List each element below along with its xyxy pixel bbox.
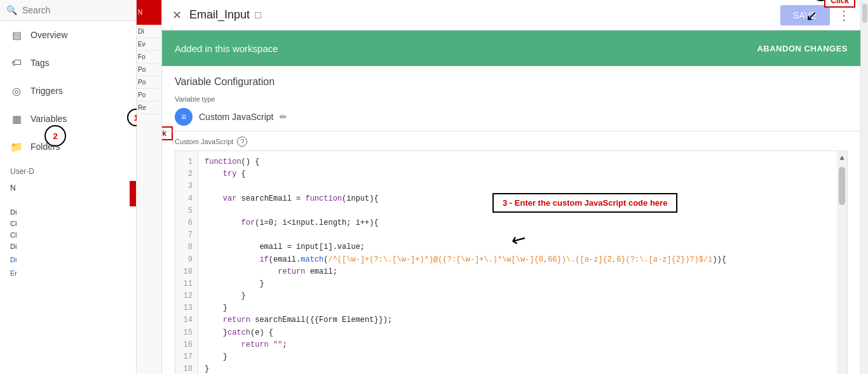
- main-content: ✕ Email_Input □ 4 Click ↙ SAVE ⋮ Added i…: [162, 0, 860, 374]
- middle-col-item: Ev: [137, 38, 161, 51]
- sidebar-item-triggers[interactable]: ◎ Triggers: [0, 77, 136, 105]
- green-banner: Added in this workspace ABANDON CHANGES: [162, 30, 860, 66]
- header-actions: 4 Click ↙ SAVE ⋮: [780, 5, 850, 25]
- sidebar-item-label: Overview: [31, 30, 67, 40]
- middle-col-item: Po: [137, 76, 161, 89]
- sidebar-list-item: N: [0, 181, 136, 195]
- list-item-link[interactable]: Er: [0, 267, 136, 279]
- sidebar-item-folders[interactable]: 📁 Folders: [0, 133, 136, 161]
- sidebar-item-label: Triggers: [31, 86, 63, 96]
- middle-col-red: N: [137, 0, 161, 25]
- search-input[interactable]: [22, 5, 130, 15]
- sidebar-item-label: Folders: [31, 142, 60, 152]
- code-editor: 123456789101112131415161718 function() {…: [175, 150, 848, 374]
- config-panel: 3 - Enter the custom JavaScript code her…: [162, 66, 860, 374]
- variable-type-row: ≡ Custom JavaScript ✏: [175, 108, 848, 126]
- banner-text: Added in this workspace: [175, 43, 278, 54]
- triggers-icon: ◎: [10, 84, 23, 97]
- variable-type-icon: ≡: [175, 108, 193, 126]
- list-item[interactable]: Di: [0, 206, 136, 218]
- close-button[interactable]: ✕: [172, 8, 182, 22]
- red-bar: [130, 181, 136, 206]
- top-header: ✕ Email_Input □ 4 Click ↙ SAVE ⋮: [162, 0, 860, 30]
- variable-config-section: Variable Configuration Variable type ≡ C…: [162, 66, 860, 131]
- scroll-up-arrow[interactable]: ▲: [839, 152, 844, 164]
- folders-icon: 📁: [10, 140, 23, 153]
- user-section-label: User-D: [0, 161, 136, 178]
- tags-icon: 🏷: [10, 57, 23, 69]
- middle-col-item: Po: [137, 63, 161, 76]
- folder-icon: □: [255, 10, 261, 21]
- more-options-button[interactable]: ⋮: [837, 8, 850, 23]
- sidebar-item-overview[interactable]: ▤ Overview: [0, 21, 136, 49]
- scroll-thumb: [839, 167, 845, 205]
- middle-col-item: Fo: [137, 51, 161, 63]
- title-text: Email_Input: [189, 8, 250, 22]
- middle-col-item: Di: [137, 25, 161, 38]
- variable-type-label: Variable type: [175, 95, 848, 103]
- type-icon-letter: ≡: [181, 112, 186, 122]
- search-icon: 🔍: [6, 5, 17, 15]
- code-label-text: Custom JavaScript: [175, 138, 233, 145]
- abandon-changes-button[interactable]: ABANDON CHANGES: [757, 44, 848, 53]
- annotation-box-3: 3 - Enter the custom JavaScript code her…: [492, 193, 677, 213]
- list-item-link[interactable]: Di: [0, 252, 136, 267]
- variable-type-name: Custom JavaScript: [199, 112, 273, 122]
- list-item[interactable]: Di: [0, 241, 136, 252]
- sidebar-item-tags[interactable]: 🏷 Tags: [0, 49, 136, 77]
- middle-column: N Di Ev Fo Po Po Po Re: [137, 0, 162, 374]
- sidebar-item-variables[interactable]: ▦ Variables 1 Click 2: [0, 105, 136, 133]
- edit-icon[interactable]: ✏: [280, 112, 287, 122]
- middle-col-item: Re: [137, 102, 161, 114]
- code-section: Custom JavaScript ? 12345678910111213141…: [162, 131, 860, 374]
- variables-icon: ▦: [10, 112, 23, 125]
- arrow-to-save: ↙: [806, 8, 817, 24]
- save-button[interactable]: SAVE: [780, 5, 830, 25]
- sidebar: 🔍 ▤ Overview 🏷 Tags ◎ Triggers ▦ Variabl…: [0, 0, 137, 374]
- list-item[interactable]: Cl: [0, 229, 136, 241]
- click-label-4: Click: [824, 0, 855, 8]
- sidebar-red-marker: N: [0, 181, 136, 206]
- page-title: Email_Input □: [189, 8, 261, 22]
- editor-scrollbar[interactable]: ▲ ▼: [837, 151, 847, 374]
- page-scroll-thumb: [862, 4, 867, 23]
- sidebar-item-label: Variables: [31, 114, 67, 124]
- list-item[interactable]: Cl: [0, 218, 136, 229]
- variable-config-title: Variable Configuration: [175, 76, 848, 88]
- code-content[interactable]: function() { try { var searchEmail = fun…: [198, 151, 837, 374]
- page-scrollbar[interactable]: [860, 0, 868, 374]
- line-numbers: 123456789101112131415161718: [175, 151, 198, 374]
- overview-icon: ▤: [10, 29, 23, 41]
- code-help-icon[interactable]: ?: [237, 137, 247, 147]
- middle-col-item: Po: [137, 89, 161, 102]
- code-label: Custom JavaScript ?: [175, 137, 848, 147]
- search-bar[interactable]: 🔍: [0, 0, 136, 21]
- sidebar-item-label: Tags: [31, 58, 50, 68]
